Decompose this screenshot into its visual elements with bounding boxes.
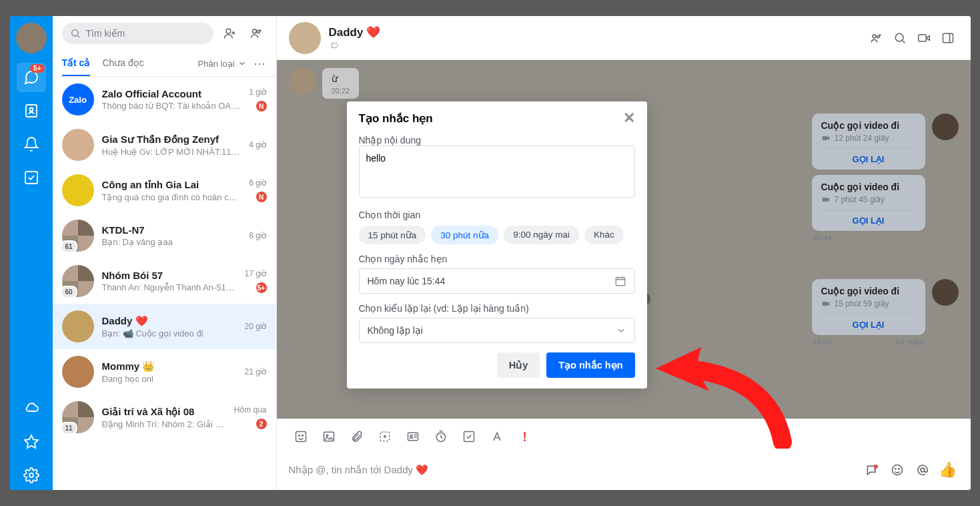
chat-item[interactable]: 60 Nhóm Bói 57 Thanh An: Nguyễn Thanh An… xyxy=(53,258,276,304)
sidebar-tabs: Tất cả Chưa đọc Phân loại ⋯ xyxy=(53,51,276,77)
tag-icon[interactable] xyxy=(329,41,341,50)
chat-item[interactable]: 61 KTDL-N7 Bạn: Dạ vâng ạaa 8 giờ xyxy=(53,213,276,258)
toggle-info-panel-button[interactable] xyxy=(937,27,959,49)
search-conversation-button[interactable] xyxy=(889,27,911,49)
check-square-icon xyxy=(23,170,39,186)
image-icon xyxy=(322,430,336,443)
composer: ! Nhập @, tin nhắn tới Daddy ❤️ 👍 xyxy=(277,419,971,490)
star-icon xyxy=(23,434,39,450)
clock-icon xyxy=(434,430,448,443)
chat-avatar xyxy=(62,356,94,388)
video-call-button[interactable] xyxy=(913,27,935,49)
svg-point-10 xyxy=(895,33,903,41)
close-icon[interactable]: ✕ xyxy=(623,111,635,125)
create-reminder-button[interactable]: Tạo nhắc hẹn xyxy=(546,352,634,378)
contact-card-button[interactable] xyxy=(401,425,425,449)
screenshot-button[interactable] xyxy=(373,425,397,449)
nav-contacts[interactable] xyxy=(17,96,46,125)
video-icon xyxy=(917,31,931,45)
svg-point-5 xyxy=(226,29,231,33)
more-icon[interactable]: ⋯ xyxy=(254,56,267,71)
chat-avatar xyxy=(62,174,94,206)
attach-button[interactable] xyxy=(345,425,369,449)
cancel-button[interactable]: Hủy xyxy=(497,352,540,378)
svg-rect-2 xyxy=(25,172,37,184)
chat-badge: 5+ xyxy=(30,64,44,73)
create-group-button[interactable] xyxy=(246,23,267,44)
date-picker-input[interactable]: Hôm nay lúc 15:44 xyxy=(359,268,635,294)
svg-rect-12 xyxy=(943,33,953,42)
format-button[interactable] xyxy=(485,425,509,449)
tab-classify[interactable]: Phân loại ⋯ xyxy=(198,56,267,71)
time-chip[interactable]: 9:00 ngày mai xyxy=(504,226,579,244)
chat-avatar: Zalo xyxy=(62,83,94,115)
svg-point-6 xyxy=(252,29,256,33)
search-icon xyxy=(70,28,81,39)
search-input[interactable]: Tìm kiếm xyxy=(62,23,213,44)
svg-point-23 xyxy=(892,465,902,475)
image-button[interactable] xyxy=(317,425,341,449)
reminder-button[interactable] xyxy=(429,425,453,449)
exclaim-icon: ! xyxy=(522,429,527,445)
calendar-icon xyxy=(614,275,626,287)
svg-point-17 xyxy=(326,435,328,437)
add-to-group-button[interactable] xyxy=(865,27,887,49)
chat-item[interactable]: Zalo Zalo Official Account Thông báo từ … xyxy=(53,77,276,122)
tab-unread[interactable]: Chưa đọc xyxy=(102,51,143,76)
paperclip-icon xyxy=(350,430,364,443)
nav-star[interactable] xyxy=(17,427,46,457)
add-friend-button[interactable] xyxy=(219,23,240,44)
message-input[interactable]: Nhập @, tin nhắn tới Daddy ❤️ xyxy=(289,464,855,476)
chat-item[interactable]: 11 Giải trí và Xã hội 08 Đặng Minh Trí: … xyxy=(53,395,276,440)
quick-reply-button[interactable] xyxy=(861,459,883,481)
svg-point-9 xyxy=(877,35,879,37)
time-chip[interactable]: 15 phút nữa xyxy=(359,226,426,244)
chat-item[interactable]: Mommy 👑 Đang học onl 21 giờ xyxy=(53,349,276,395)
time-chip[interactable]: 30 phút nữa xyxy=(431,226,498,244)
chat-title: Zalo Official Account xyxy=(102,88,241,99)
svg-point-14 xyxy=(298,435,300,437)
tab-all[interactable]: Tất cả xyxy=(62,51,91,76)
users-plus-icon xyxy=(250,27,263,40)
at-icon xyxy=(916,463,929,477)
chat-item[interactable]: Daddy ❤️ Bạn: 📹 Cuộc gọi video đi 20 giờ xyxy=(53,304,276,349)
sticker-button[interactable] xyxy=(289,425,313,449)
header-title: Daddy ❤️ xyxy=(329,25,381,39)
svg-point-8 xyxy=(873,35,876,38)
contacts-icon xyxy=(23,103,39,119)
chat-header: Daddy ❤️ xyxy=(277,16,971,60)
repeat-select[interactable]: Không lặp lại xyxy=(359,318,635,343)
chat-avatar: 61 xyxy=(62,220,94,252)
task-button[interactable] xyxy=(457,425,481,449)
mention-button[interactable] xyxy=(912,459,933,481)
like-button[interactable]: 👍 xyxy=(937,459,959,481)
nav-cloud[interactable] xyxy=(17,394,46,423)
chat-subtitle: Thông báo từ BQT: Tài khoản OA ... xyxy=(102,101,241,111)
chat-avatar: 60 xyxy=(62,265,94,297)
search-icon xyxy=(893,31,907,45)
priority-button[interactable]: ! xyxy=(513,425,537,449)
unread-badge: N xyxy=(256,101,267,111)
nav-notifications[interactable] xyxy=(17,130,46,159)
user-avatar[interactable] xyxy=(16,23,47,53)
chat-item[interactable]: Công an tỉnh Gia Lai Tặng quà cho gia đì… xyxy=(53,168,276,213)
svg-point-20 xyxy=(410,435,412,437)
sticker-icon xyxy=(294,430,308,443)
smile-icon xyxy=(891,463,904,477)
nav-chat[interactable]: 5+ xyxy=(17,63,46,92)
time-chip[interactable]: Khác xyxy=(584,226,624,244)
time-chip-row: 15 phút nữa 30 phút nữa 9:00 ngày mai Kh… xyxy=(359,226,635,244)
svg-rect-27 xyxy=(616,278,625,286)
chat-avatar xyxy=(62,129,94,161)
emoji-button[interactable] xyxy=(887,459,908,481)
chat-item[interactable]: Gia Sư Thần Đồng Zenyf Huệ Huệ Gv: LỚP M… xyxy=(53,122,276,168)
text-format-icon xyxy=(490,430,504,443)
nav-settings[interactable] xyxy=(17,461,46,490)
chat-avatar: 11 xyxy=(62,401,94,433)
header-avatar[interactable] xyxy=(289,22,321,54)
svg-rect-13 xyxy=(296,432,306,442)
nav-todo[interactable] xyxy=(17,163,46,192)
modal-title: Tạo nhắc hẹn xyxy=(359,111,433,125)
svg-point-3 xyxy=(29,473,33,477)
reminder-content-input[interactable]: hello xyxy=(359,146,635,198)
